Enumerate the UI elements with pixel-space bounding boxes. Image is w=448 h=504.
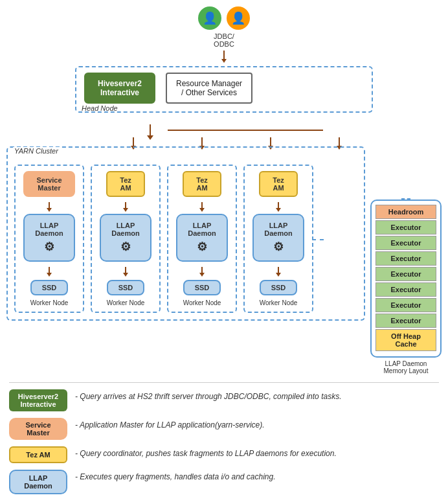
- legend-desc-llap: - Executes query fragments, handles data…: [75, 470, 276, 481]
- legend-box-tezam: Tez AM: [9, 446, 67, 463]
- memory-layout-container: Headroom Executor Executor Executor Exec…: [370, 166, 442, 374]
- legend: Hiveserver2Interactive - Query arrives a…: [6, 382, 442, 494]
- memory-row-executor-6: Executor: [375, 298, 436, 312]
- memory-layout: Headroom Executor Executor Executor Exec…: [370, 200, 442, 358]
- memory-row-offheap: Off HeapCache: [375, 329, 436, 351]
- worker-node-label-4: Worker Node: [260, 299, 298, 306]
- memory-layout-title: LLAP DaemonMemory Layout: [384, 360, 429, 374]
- memory-row-executor-3: Executor: [375, 251, 436, 266]
- legend-item-servicemaster: ServiceMaster - Application Master for L…: [9, 418, 439, 440]
- llap-daemon-box-1: LLAPDaemon ⚙: [23, 214, 75, 262]
- legend-box-llap: LLAPDaemon: [9, 470, 67, 494]
- legend-desc-tezam: - Query coordinator, pushes task fragmen…: [75, 446, 337, 458]
- main-diagram: YARN Cluster ServiceMaster LLAPDaemon ⚙ …: [6, 146, 442, 374]
- service-master-box: ServiceMaster: [23, 171, 75, 197]
- head-node-label: Head Node: [82, 104, 118, 112]
- memory-row-executor-1: Executor: [375, 220, 436, 235]
- legend-box-hiveserver: Hiveserver2Interactive: [9, 389, 67, 411]
- worker-node-2: TezAM LLAPDaemon ⚙ SSD Worker Node: [91, 165, 161, 313]
- tez-am-box-4: TezAM: [259, 171, 298, 197]
- top-section: 👤 👤 JDBC/ODBC: [6, 6, 442, 61]
- legend-item-tezam: Tez AM - Query coordinator, pushes task …: [9, 446, 439, 463]
- yarn-cluster: YARN Cluster ServiceMaster LLAPDaemon ⚙ …: [6, 146, 365, 321]
- users-icons: 👤 👤: [198, 6, 250, 30]
- resource-manager-box: Resource Manager/ Other Services: [166, 73, 252, 104]
- head-node-container: Hiveserver2Interactive Resource Manager/…: [75, 66, 373, 113]
- legend-desc-servicemaster: - Application Master for LLAP applicatio…: [75, 418, 265, 430]
- worker-node-3: TezAM LLAPDaemon ⚙ SSD Worker Node: [167, 165, 237, 313]
- worker-nodes-row: ServiceMaster LLAPDaemon ⚙ SSD Worker No…: [14, 165, 357, 313]
- llap-daemon-box-2: LLAPDaemon ⚙: [100, 214, 151, 262]
- tez-am-box-2: TezAM: [106, 171, 145, 197]
- memory-row-executor-2: Executor: [375, 236, 436, 250]
- worker-node-4: TezAM LLAPDaemon ⚙ SSD Worker Node: [243, 165, 313, 313]
- tez-am-box-3: TezAM: [183, 171, 221, 197]
- user-icon-1: 👤: [198, 6, 221, 30]
- gear-icon-1: ⚙: [44, 240, 54, 254]
- ssd-box-3: SSD: [183, 280, 221, 295]
- user-icon-2: 👤: [227, 6, 250, 30]
- memory-row-executor-7: Executor: [375, 314, 436, 328]
- ssd-box-2: SSD: [107, 280, 145, 295]
- llap-daemon-box-3: LLAPDaemon ⚙: [176, 214, 228, 262]
- hiveserver2-box: Hiveserver2Interactive: [84, 73, 155, 104]
- worker-node-label-3: Worker Node: [183, 299, 221, 306]
- worker-node-label-1: Worker Node: [30, 299, 69, 306]
- arrow-jdbc-to-hiveserver: [223, 51, 225, 60]
- worker-node-1: ServiceMaster LLAPDaemon ⚙ SSD Worker No…: [14, 165, 84, 313]
- gear-icon-3: ⚙: [197, 240, 207, 254]
- jdbc-label: JDBC/ODBC: [214, 32, 234, 48]
- head-node-inner: Hiveserver2Interactive Resource Manager/…: [84, 73, 364, 104]
- legend-desc-hiveserver: - Query arrives at HS2 thrift server thr…: [75, 389, 341, 401]
- arrow-hiveserver-down: [150, 124, 151, 136]
- memory-row-headroom: Headroom: [375, 205, 436, 219]
- yarn-cluster-label: YARN Cluster: [13, 147, 60, 155]
- memory-row-executor-4: Executor: [375, 267, 436, 281]
- memory-row-executor-5: Executor: [375, 282, 436, 297]
- gear-icon-4: ⚙: [273, 240, 284, 254]
- legend-item-llap: LLAPDaemon - Executes query fragments, h…: [9, 470, 439, 494]
- llap-daemon-box-4: LLAPDaemon ⚙: [252, 214, 304, 262]
- gear-icon-2: ⚙: [120, 240, 131, 254]
- legend-item-hiveserver: Hiveserver2Interactive - Query arrives a…: [9, 389, 439, 411]
- ssd-box-4: SSD: [260, 280, 298, 295]
- worker-node-label-2: Worker Node: [107, 299, 145, 306]
- legend-box-servicemaster: ServiceMaster: [9, 418, 67, 440]
- ssd-box-1: SSD: [30, 280, 69, 295]
